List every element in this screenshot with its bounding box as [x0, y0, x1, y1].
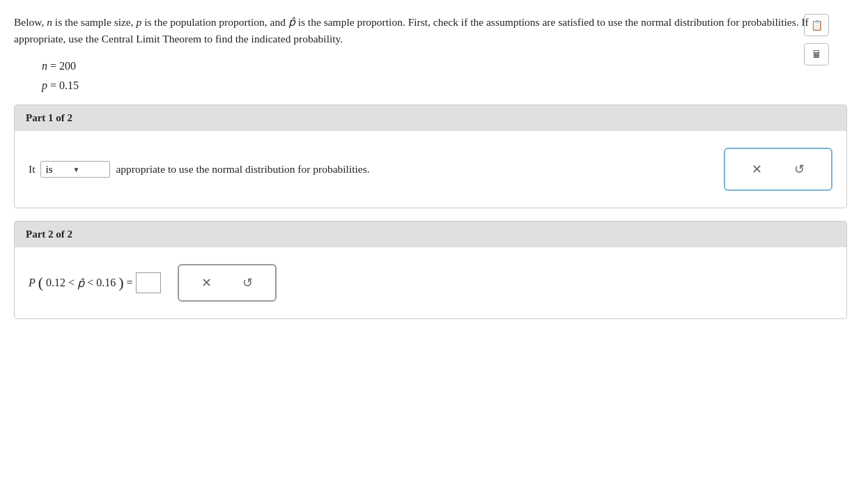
p-hat-variable: p̂ — [288, 16, 295, 28]
bookmark-icon: 📋 — [811, 20, 823, 31]
part2-action-box: ✕ ↺ — [178, 264, 277, 302]
equals-sign: = — [127, 277, 133, 289]
intro-section: Below, n is the sample size, p is the po… — [14, 14, 822, 47]
n-label: n — [42, 60, 47, 72]
part2-body: P ( 0.12 < p̂ < 0.16 ) = ✕ ↺ — [15, 247, 846, 318]
part2-undo-icon: ↺ — [242, 275, 253, 290]
bookmark-button[interactable]: 📋 — [804, 14, 829, 36]
n-value-line: n = 200 — [42, 60, 847, 72]
top-icons-container: 📋 🖩 — [804, 14, 829, 65]
part1-left: It is is not ▼ appropriate to use the no… — [29, 161, 370, 178]
less-than-2: < — [87, 277, 93, 289]
part2-answer-input[interactable] — [136, 272, 161, 293]
part2-undo-button[interactable]: ↺ — [237, 272, 258, 293]
part1-action-box: ✕ ↺ — [724, 148, 832, 191]
intro-paragraph: Below, n is the sample size, p is the po… — [14, 14, 822, 47]
part1-undo-icon: ↺ — [794, 162, 805, 177]
part2-close-button[interactable]: ✕ — [196, 272, 217, 293]
part1-close-icon: ✕ — [752, 162, 762, 177]
it-prefix: It — [29, 163, 35, 176]
n-variable: n — [47, 16, 52, 28]
lower-bound: 0.12 — [46, 277, 65, 289]
upper-bound: 0.16 — [96, 277, 116, 289]
is-dropdown-wrapper[interactable]: is is not ▼ — [40, 161, 110, 178]
close-paren: ) — [118, 274, 123, 292]
p-value-line: p = 0.15 — [42, 79, 847, 92]
calculator-icon: 🖩 — [812, 49, 821, 60]
calculator-button[interactable]: 🖩 — [804, 43, 829, 65]
part2-section: Part 2 of 2 P ( 0.12 < p̂ < 0.16 ) = ✕ ↺ — [14, 221, 847, 319]
part2-close-icon: ✕ — [201, 275, 212, 290]
part1-suffix: appropriate to use the normal distributi… — [116, 163, 369, 176]
dropdown-arrow-icon: ▼ — [72, 166, 79, 173]
part1-close-button[interactable]: ✕ — [746, 159, 768, 180]
p-variable: p — [137, 16, 142, 28]
part1-body: It is is not ▼ appropriate to use the no… — [15, 131, 846, 208]
less-than-1: < — [68, 277, 75, 289]
probability-formula: P ( 0.12 < p̂ < 0.16 ) = — [29, 272, 161, 293]
part1-header: Part 1 of 2 — [15, 105, 846, 131]
open-paren: ( — [38, 274, 43, 292]
variables-section: n = 200 p = 0.15 — [42, 60, 847, 92]
prob-p-label: P — [29, 277, 36, 289]
p-label: p — [42, 79, 47, 91]
part1-section: Part 1 of 2 It is is not ▼ appropriate t… — [14, 104, 847, 208]
is-dropdown[interactable]: is is not — [45, 164, 68, 175]
p-hat-in-formula: p̂ — [77, 277, 84, 290]
part2-header: Part 2 of 2 — [15, 222, 846, 247]
part1-undo-button[interactable]: ↺ — [789, 159, 810, 180]
